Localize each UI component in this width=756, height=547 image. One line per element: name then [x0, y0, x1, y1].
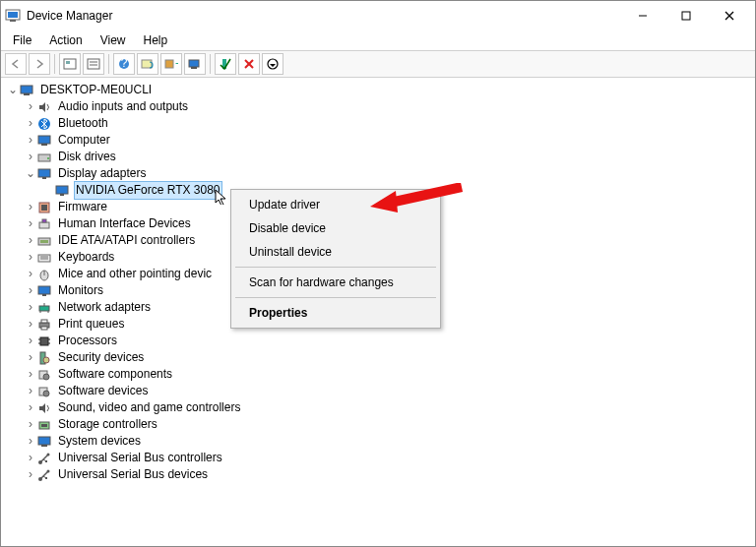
node-swdev[interactable]: ›Software devices	[25, 383, 751, 399]
network-icon	[36, 300, 52, 316]
menu-help[interactable]: Help	[136, 32, 176, 48]
app-icon	[5, 8, 21, 24]
node-security[interactable]: ›Security devices	[25, 349, 751, 366]
expand-icon[interactable]: ›	[25, 218, 36, 230]
node-sound[interactable]: ›Sound, video and game controllers	[25, 399, 751, 416]
svg-text:?: ?	[121, 58, 128, 70]
expand-icon[interactable]: ›	[25, 453, 36, 464]
expand-icon[interactable]: ›	[25, 386, 36, 397]
svg-rect-68	[41, 445, 47, 447]
expand-icon[interactable]: ›	[25, 335, 36, 347]
expand-icon[interactable]: ›	[25, 352, 36, 364]
toolbar-scan[interactable]	[137, 53, 158, 75]
toolbar-update-driver[interactable]	[184, 53, 206, 75]
software-icon	[36, 384, 52, 399]
toolbar-help[interactable]: ?	[113, 53, 135, 75]
expand-icon[interactable]: ›	[25, 135, 36, 147]
usb-icon	[36, 451, 52, 466]
expand-icon[interactable]: ›	[25, 419, 36, 431]
node-disk[interactable]: ›Disk drives	[25, 149, 751, 165]
svg-point-76	[47, 469, 50, 472]
expand-icon[interactable]: ›	[25, 402, 36, 414]
expand-icon[interactable]: ›	[25, 319, 36, 331]
display-icon	[36, 166, 52, 182]
node-audio[interactable]: ›Audio inputs and outputs	[25, 98, 751, 115]
svg-rect-31	[42, 177, 46, 179]
node-usbctrl[interactable]: ›Universal Serial Bus controllers	[25, 450, 751, 466]
hid-icon	[36, 216, 52, 232]
context-properties[interactable]: Properties	[233, 301, 438, 325]
toolbar-add-legacy[interactable]: +	[160, 53, 182, 75]
menu-view[interactable]: View	[93, 32, 134, 48]
menu-file[interactable]: File	[5, 32, 39, 48]
toolbar-show-hidden[interactable]	[59, 53, 81, 75]
printer-icon	[36, 317, 52, 333]
security-icon	[36, 350, 52, 366]
svg-rect-30	[38, 169, 50, 177]
svg-rect-37	[42, 219, 46, 222]
computer-icon	[19, 83, 34, 98]
toolbar-disable[interactable]	[262, 53, 284, 75]
toolbar-forward[interactable]	[29, 53, 50, 75]
bluetooth-icon	[36, 116, 52, 132]
svg-rect-35	[41, 205, 47, 211]
collapse-icon[interactable]: ⌄	[7, 85, 19, 96]
expand-icon[interactable]: ›	[25, 436, 36, 448]
expand-icon[interactable]: ›	[25, 469, 36, 481]
context-disable-device[interactable]: Disable device	[233, 216, 438, 240]
node-bluetooth[interactable]: ›Bluetooth	[25, 115, 751, 132]
expand-icon[interactable]: ›	[25, 369, 36, 381]
expand-icon[interactable]: ›	[25, 202, 36, 213]
svg-rect-14	[142, 60, 152, 68]
svg-rect-32	[56, 186, 68, 194]
svg-rect-26	[38, 136, 50, 144]
context-update-driver[interactable]: Update driver	[233, 193, 438, 216]
node-storage[interactable]: ›Storage controllers	[25, 416, 751, 433]
svg-rect-1	[8, 12, 18, 18]
svg-rect-24	[24, 93, 30, 95]
node-system[interactable]: ›System devices	[25, 433, 751, 450]
node-display[interactable]: ⌄Display adapters	[25, 165, 751, 182]
expand-icon[interactable]: ›	[25, 235, 36, 247]
svg-rect-78	[45, 477, 47, 479]
svg-rect-46	[42, 294, 46, 296]
toolbar-uninstall[interactable]	[238, 53, 260, 75]
collapse-icon[interactable]: ⌄	[25, 168, 36, 180]
expand-icon[interactable]: ›	[25, 101, 36, 113]
audio-icon	[36, 400, 52, 416]
svg-rect-45	[38, 286, 50, 294]
expand-icon[interactable]: ›	[25, 252, 36, 264]
context-menu: Update driver Disable device Uninstall d…	[230, 189, 441, 329]
node-gpu-label: NVIDIA GeForce RTX 3080	[74, 181, 222, 200]
svg-rect-8	[66, 61, 70, 64]
maximize-button[interactable]	[664, 2, 708, 30]
svg-rect-18	[191, 67, 197, 69]
node-processors[interactable]: ›Processors	[25, 333, 751, 349]
expand-icon[interactable]: ›	[25, 285, 36, 297]
keyboard-icon	[36, 250, 52, 266]
minimize-button[interactable]	[621, 2, 664, 30]
expand-icon[interactable]: ›	[25, 269, 36, 280]
menu-action[interactable]: Action	[41, 32, 90, 48]
node-computer[interactable]: ›Computer	[25, 132, 751, 149]
mouse-icon	[36, 267, 52, 282]
toolbar-enable[interactable]	[215, 53, 236, 75]
software-icon	[36, 367, 52, 383]
title-bar: Device Manager	[1, 1, 755, 30]
node-swcomp[interactable]: ›Software components	[25, 366, 751, 383]
context-uninstall-device[interactable]: Uninstall device	[233, 240, 438, 264]
node-usbdev[interactable]: ›Universal Serial Bus devices	[25, 466, 751, 483]
expand-icon[interactable]: ›	[25, 118, 36, 130]
svg-rect-39	[40, 240, 48, 243]
svg-point-71	[47, 453, 50, 456]
context-scan-hardware[interactable]: Scan for hardware changes	[233, 271, 438, 294]
tree-root[interactable]: ⌄ DESKTOP-ME0UCLI	[7, 82, 751, 98]
svg-rect-47	[39, 306, 49, 311]
menu-bar: File Action View Help	[1, 30, 755, 50]
expand-icon[interactable]: ›	[25, 152, 36, 163]
toolbar-back[interactable]	[5, 53, 27, 75]
toolbar-properties[interactable]	[83, 53, 104, 75]
expand-icon[interactable]: ›	[25, 302, 36, 314]
svg-point-29	[47, 157, 49, 159]
close-button[interactable]	[708, 2, 751, 30]
